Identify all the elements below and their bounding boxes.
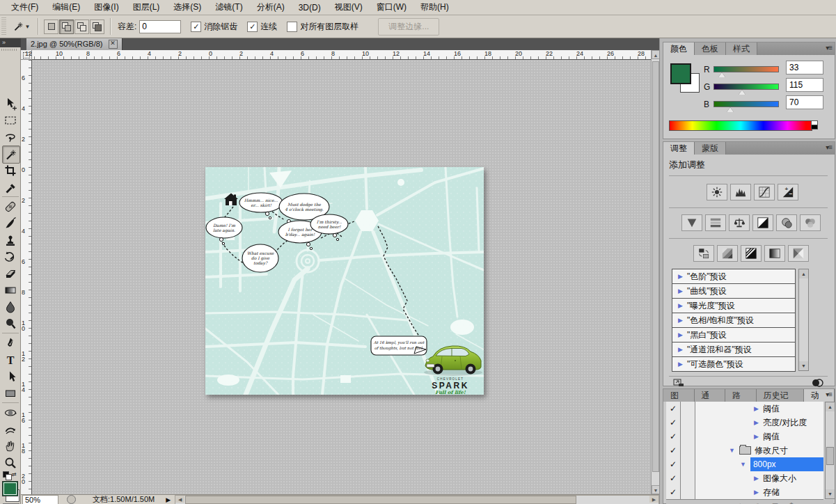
vertical-scrollbar-thumb[interactable]	[652, 61, 659, 472]
action-item[interactable]: ▶存储	[695, 485, 823, 499]
action-enabled-checkbox[interactable]: ✓	[666, 416, 681, 430]
action-dialog-toggle[interactable]	[681, 443, 695, 457]
scrollbar-thumb[interactable]	[826, 447, 834, 465]
preset-curves[interactable]: ▶"曲线"预设	[672, 284, 795, 299]
action-item[interactable]: ▶亮度/对比度	[695, 416, 823, 430]
tab-styles[interactable]: 样式	[726, 42, 757, 55]
preset-selective-color[interactable]: ▶"可选颜色"预设	[672, 357, 795, 371]
menu-layer[interactable]: 图层(L)	[126, 0, 167, 15]
foreground-color-well[interactable]	[670, 63, 691, 84]
channel-mixer-adjustment-button[interactable]	[800, 214, 821, 231]
action-dialog-toggle[interactable]	[681, 471, 695, 485]
expand-icon[interactable]: ▶	[754, 419, 759, 426]
document-tab[interactable]: 2.jpg @ 50%(RGB/8) ✕	[26, 38, 123, 50]
action-dialog-toggle[interactable]	[681, 457, 695, 471]
expand-icon[interactable]: ▶	[754, 405, 759, 412]
3d-rotate-tool[interactable]	[2, 404, 19, 421]
collapse-icon[interactable]: ▼	[729, 447, 735, 454]
toolbox-collapse-button[interactable]: »	[0, 38, 21, 47]
channel-r-slider[interactable]	[713, 66, 779, 72]
vertical-ruler[interactable]: 6420246810121416182022	[21, 60, 32, 494]
hand-tool[interactable]	[2, 438, 19, 455]
expand-icon[interactable]: ▶	[678, 288, 683, 294]
toolbox-grip[interactable]	[1, 49, 18, 51]
collapse-icon[interactable]: ▼	[740, 461, 746, 468]
options-bar-grip[interactable]	[1, 17, 6, 36]
clone-stamp-tool[interactable]	[2, 232, 19, 249]
action-row-800px-selected[interactable]: ✓ ▼800px	[666, 457, 823, 472]
swap-colors-icon[interactable]: ⇄	[12, 471, 17, 478]
menu-help[interactable]: 帮助(H)	[413, 0, 456, 15]
magic-wand-tool[interactable]	[2, 145, 20, 164]
preset-hue-saturation[interactable]: ▶"色相/饱和度"预设	[672, 313, 795, 328]
action-enabled-checkbox[interactable]: ✓	[666, 443, 681, 457]
status-flyout-arrow-icon[interactable]: ▶	[166, 496, 171, 503]
preset-exposure[interactable]: ▶"曝光度"预设	[672, 299, 795, 313]
action-row-threshold-2[interactable]: ✓ ▶阈值	[666, 430, 823, 444]
gradient-map-adjustment-button[interactable]	[764, 245, 785, 262]
preset-black-white[interactable]: ▶"黑白"预设	[672, 328, 795, 342]
foreground-color-swatch[interactable]	[2, 481, 18, 496]
menu-file[interactable]: 文件(F)	[4, 0, 45, 15]
zoom-level-field[interactable]: 50%	[22, 495, 58, 504]
action-dialog-toggle[interactable]	[681, 402, 695, 416]
sample-all-layers-checkbox[interactable]	[287, 22, 297, 32]
eyedropper-tool[interactable]	[2, 179, 19, 196]
brightness-contrast-adjustment-button[interactable]	[707, 184, 727, 200]
expand-icon[interactable]: ▶	[678, 361, 683, 368]
action-dialog-toggle[interactable]	[681, 416, 695, 430]
rectangular-marquee-tool[interactable]	[2, 112, 19, 129]
expand-icon[interactable]: ▶	[678, 302, 683, 309]
panel-menu-icon[interactable]: ▾≡	[826, 44, 832, 52]
type-tool[interactable]: T	[2, 352, 19, 368]
tab-layers[interactable]: 图层	[663, 389, 695, 402]
invert-adjustment-button[interactable]	[693, 245, 714, 262]
eraser-tool[interactable]	[2, 265, 19, 282]
threshold-adjustment-button[interactable]	[741, 245, 762, 262]
channel-g-slider-thumb[interactable]	[739, 90, 746, 95]
action-dialog-toggle[interactable]	[681, 430, 695, 443]
vibrance-adjustment-button[interactable]	[681, 214, 702, 231]
dodge-tool[interactable]	[2, 315, 19, 332]
action-item[interactable]: ▶阈值	[695, 430, 823, 443]
scroll-down-icon[interactable]: ▼	[826, 489, 835, 498]
anti-alias-checkbox-group[interactable]: ✓ 消除锯齿	[191, 21, 237, 33]
action-enabled-checkbox[interactable]: ✓	[666, 430, 681, 443]
blur-tool[interactable]	[2, 299, 19, 315]
levels-adjustment-button[interactable]	[730, 184, 751, 200]
tab-swatches[interactable]: 色板	[695, 42, 726, 55]
add-to-selection-button[interactable]	[59, 19, 74, 34]
expand-icon[interactable]: ▶	[678, 346, 683, 353]
menu-edit[interactable]: 编辑(E)	[45, 0, 87, 15]
move-tool[interactable]	[2, 95, 19, 112]
action-item[interactable]: ▶图像大小	[695, 471, 823, 485]
brush-tool[interactable]	[2, 215, 19, 232]
canvas-vertical-scrollbar[interactable]: ▲ ▼	[651, 50, 659, 494]
canvas-horizontal-scrollbar[interactable]: ◀ ▶	[175, 495, 659, 504]
expand-icon[interactable]: ▶	[754, 433, 759, 440]
expand-icon[interactable]: ▶	[754, 475, 759, 482]
action-dialog-toggle[interactable]	[681, 485, 695, 499]
action-row-image-size[interactable]: ✓ ▶图像大小	[666, 471, 823, 486]
exposure-adjustment-button[interactable]: +−	[778, 184, 798, 200]
tab-masks[interactable]: 蒙版	[695, 142, 726, 155]
tab-history[interactable]: 历史记录	[757, 389, 804, 402]
preset-channel-mixer[interactable]: ▶"通道混和器"预设	[672, 342, 795, 357]
color-spectrum-ramp[interactable]	[669, 120, 812, 131]
panel-menu-icon[interactable]: ▾≡	[826, 391, 832, 398]
channel-r-value[interactable]	[786, 61, 823, 74]
scroll-down-icon[interactable]: ▼	[799, 361, 808, 370]
healing-brush-tool[interactable]	[2, 198, 19, 215]
action-item-selected[interactable]: ▼800px	[695, 457, 823, 471]
channel-g-value[interactable]	[786, 78, 823, 92]
channel-b-slider-thumb[interactable]	[727, 107, 734, 112]
actions-scrollbar[interactable]: ▲ ▼	[825, 402, 835, 499]
magic-wand-tool-preset-button[interactable]: ▼	[9, 17, 33, 36]
new-selection-button[interactable]	[44, 19, 58, 34]
posterize-adjustment-button[interactable]	[717, 245, 738, 262]
tab-channels[interactable]: 通道	[695, 389, 726, 402]
tolerance-input[interactable]	[139, 20, 181, 33]
expand-icon[interactable]: ▶	[754, 489, 759, 496]
action-enabled-checkbox[interactable]: ✓	[666, 457, 681, 471]
shape-tool[interactable]	[2, 385, 19, 402]
